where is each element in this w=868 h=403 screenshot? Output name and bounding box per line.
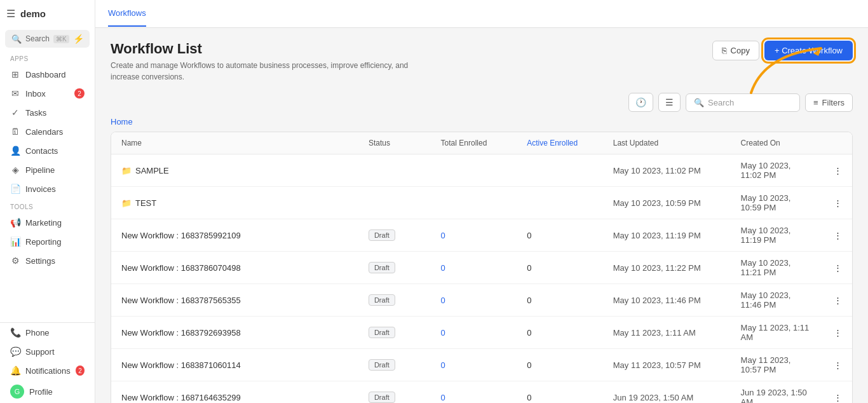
total-enrolled-value[interactable]: 0 [441,393,445,402]
inbox-icon: ✉ [10,88,20,99]
main-area: Workflows Workflow List Create and manag… [95,0,868,403]
status-badge: Draft [369,229,395,241]
cell-last-updated: May 10 2023, 11:19 PM [603,219,731,252]
sidebar-item-label: Phone [25,328,50,338]
filter-icon: ≡ [813,98,818,107]
row-menu-icon[interactable]: ⋮ [834,198,842,208]
search-shortcut: ⌘K [53,35,69,43]
sidebar-item-support[interactable]: 💬 Support [0,342,95,361]
search-input-container[interactable]: 🔍 Search [686,93,800,112]
dashboard-icon: ⊞ [10,69,20,79]
sidebar-section-apps: Apps ⊞ Dashboard ✉ Inbox 2 ✓ Tasks 🗓 Cal… [0,50,95,198]
cell-name: New Workflow : 1683787565355 [111,284,358,317]
table-row[interactable]: 📁SAMPLEMay 10 2023, 11:02 PMMay 10 2023,… [111,154,852,187]
cell-name: New Workflow : 1683871060114 [111,349,358,381]
clock-icon: 🕐 [635,97,646,107]
sidebar-item-inbox[interactable]: ✉ Inbox 2 [0,84,95,103]
content-area: Workflow List Create and manage Workflow… [95,28,868,403]
table-row[interactable]: New Workflow : 1683786070498Draft00May 1… [111,252,852,284]
workflow-name: New Workflow : 1683871060114 [121,360,241,370]
cell-total-enrolled: 0 [431,252,517,284]
toolbar: 🕐 ☰ 🔍 Search ≡ Filters [111,93,853,112]
folder-icon: 📁 [121,198,132,208]
cell-row-menu[interactable]: ⋮ [824,154,852,187]
contacts-icon: 👤 [10,146,20,156]
sidebar-item-label: Inbox [25,89,46,99]
support-icon: 💬 [10,346,20,357]
col-header-created-on: Created On [731,132,824,154]
col-header-name: Name [111,132,358,154]
header-actions: ⎘ Copy + Create Workflow [712,41,853,60]
cell-status [358,187,431,219]
status-badge: Draft [369,294,395,306]
total-enrolled-value[interactable]: 0 [441,296,445,305]
cell-row-menu[interactable]: ⋮ [824,219,852,252]
sidebar: ☰ demo 🔍 Search ⌘K ⚡ Apps ⊞ Dashboard ✉ … [0,0,95,403]
table-row[interactable]: New Workflow : 1683785992109Draft00May 1… [111,219,852,252]
cell-status: Draft [358,381,431,404]
sidebar-item-tasks[interactable]: ✓ Tasks [0,103,95,122]
sidebar-item-calendars[interactable]: 🗓 Calendars [0,122,95,141]
sidebar-item-settings[interactable]: ⚙ Settings [0,251,95,270]
row-menu-icon[interactable]: ⋮ [834,166,842,175]
sidebar-item-phone[interactable]: 📞 Phone [0,323,95,342]
top-navigation: Workflows [95,0,868,28]
menu-toggle-icon[interactable]: ☰ [6,8,15,20]
notifications-badge: 2 [76,365,85,376]
table-row[interactable]: New Workflow : 1687164635299Draft00Jun 1… [111,381,852,404]
sidebar-item-pipeline[interactable]: ◈ Pipeline [0,160,95,179]
header-text: Workflow List Create and manage Workflow… [111,41,428,83]
create-workflow-button[interactable]: + Create Workflow [764,41,853,60]
row-menu-icon[interactable]: ⋮ [834,393,842,402]
inbox-badge: 2 [74,88,85,99]
clock-view-button[interactable]: 🕐 [628,93,653,112]
cell-name: 📁SAMPLE [111,154,358,187]
status-badge: Draft [369,392,395,403]
row-menu-icon[interactable]: ⋮ [834,263,842,273]
cell-created-on: May 11 2023, 10:57 PM [731,349,824,381]
list-view-button[interactable]: ☰ [658,93,681,112]
table-row[interactable]: New Workflow : 1683792693958Draft00May 1… [111,317,852,349]
sidebar-item-dashboard[interactable]: ⊞ Dashboard [0,65,95,84]
workflow-table: Name Status Total Enrolled Active Enroll… [111,132,853,403]
sidebar-item-invoices[interactable]: 📄 Invoices [0,179,95,198]
workflow-name: New Workflow : 1683786070498 [121,263,241,273]
search-icon: 🔍 [694,98,704,107]
folder-icon: 📁 [121,166,132,175]
cell-row-menu[interactable]: ⋮ [824,349,852,381]
pipeline-icon: ◈ [10,165,20,175]
filters-button[interactable]: ≡ Filters [805,93,853,112]
search-label: Search [25,34,50,43]
breadcrumb[interactable]: Home [111,117,853,126]
table-row[interactable]: 📁TESTMay 10 2023, 10:59 PMMay 10 2023, 1… [111,187,852,219]
row-menu-icon[interactable]: ⋮ [834,231,842,240]
status-badge: Draft [369,262,395,273]
tab-workflows[interactable]: Workflows [108,1,146,27]
row-menu-icon[interactable]: ⋮ [834,296,842,305]
col-header-total-enrolled: Total Enrolled [431,132,517,154]
cell-row-menu[interactable]: ⋮ [824,187,852,219]
total-enrolled-value[interactable]: 0 [441,231,445,240]
sidebar-item-reporting[interactable]: 📊 Reporting [0,232,95,251]
cell-row-menu[interactable]: ⋮ [824,317,852,349]
cell-row-menu[interactable]: ⋮ [824,252,852,284]
cell-name: 📁TEST [111,187,358,219]
total-enrolled-value[interactable]: 0 [441,360,445,370]
total-enrolled-value[interactable]: 0 [441,328,445,338]
cell-row-menu[interactable]: ⋮ [824,284,852,317]
row-menu-icon[interactable]: ⋮ [834,328,842,338]
search-bar[interactable]: 🔍 Search ⌘K ⚡ [5,30,90,48]
sidebar-item-contacts[interactable]: 👤 Contacts [0,141,95,160]
cell-row-menu[interactable]: ⋮ [824,381,852,404]
table-row[interactable]: New Workflow : 1683871060114Draft00May 1… [111,349,852,381]
total-enrolled-value[interactable]: 0 [441,263,445,273]
sidebar-item-profile[interactable]: G Profile [0,380,95,403]
workflow-name: SAMPLE [135,166,169,175]
row-menu-icon[interactable]: ⋮ [834,360,842,370]
cell-last-updated: May 10 2023, 11:22 PM [603,252,731,284]
sidebar-item-marketing[interactable]: 📢 Marketing [0,213,95,232]
reporting-icon: 📊 [10,236,20,247]
copy-button[interactable]: ⎘ Copy [712,41,759,60]
sidebar-item-notifications[interactable]: 🔔 Notifications 2 [0,361,95,380]
table-row[interactable]: New Workflow : 1683787565355Draft00May 1… [111,284,852,317]
